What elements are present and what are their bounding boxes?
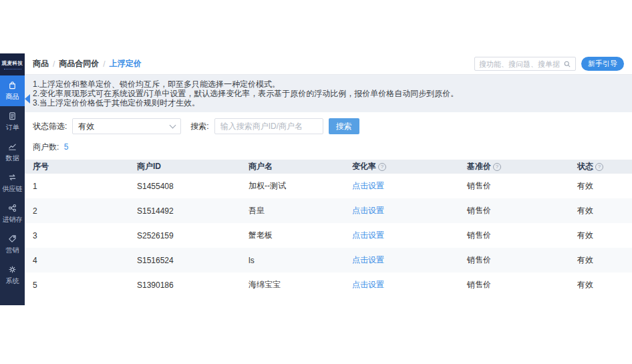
sidebar-item-label: 订单 xyxy=(6,123,19,132)
status-filter-value: 有效 xyxy=(78,121,170,132)
cell-merchant-name: 蟹老板 xyxy=(241,223,344,248)
column-header-base-price: 基准价? xyxy=(459,160,569,174)
gear-icon xyxy=(7,264,17,275)
breadcrumb-contract-price[interactable]: 商品合同价 xyxy=(59,58,99,69)
cell-merchant-id: S2526159 xyxy=(129,223,241,248)
app-window: 观麦科技 商品 订单 数据 供应链 进销存 营销 系统 xyxy=(0,53,632,305)
breadcrumb: 商品 / 商品合同价 / 上浮定价 xyxy=(33,58,142,69)
sidebar-item-supply-chain[interactable]: 供应链 xyxy=(0,168,25,198)
order-document-icon xyxy=(7,111,17,121)
sidebar-item-orders[interactable]: 订单 xyxy=(0,106,25,137)
cell-status: 有效 xyxy=(569,272,632,297)
sidebar-item-label: 数据 xyxy=(6,154,19,163)
sidebar-item-label: 供应链 xyxy=(3,184,23,194)
global-search-box xyxy=(474,57,576,71)
cell-merchant-id: S1390186 xyxy=(129,272,241,297)
table-row: 3S2526159蟹老板点击设置销售价有效 xyxy=(25,223,632,248)
sidebar-item-marketing[interactable]: 营销 xyxy=(0,229,25,260)
cell-change-rate: 点击设置 xyxy=(344,272,459,297)
magnifier-icon[interactable] xyxy=(563,60,571,68)
cell-merchant-name: 海绵宝宝 xyxy=(241,272,344,297)
change-rate-setting-link[interactable]: 点击设置 xyxy=(352,206,384,215)
cell-merchant-id: S1516524 xyxy=(129,248,241,272)
notice-banner: 1.上浮定价和整单定价、锁价均互斥，即至多只能选择一种定价模式。 2.变化率展现… xyxy=(25,75,632,112)
column-header-status: 状态? xyxy=(569,160,632,174)
cell-base-price: 销售价 xyxy=(459,223,569,248)
logo-subtitle-line xyxy=(4,68,21,69)
cell-status: 有效 xyxy=(569,248,632,272)
table-row: 1S1455408加权--测试点击设置销售价有效 xyxy=(25,174,632,198)
cell-status: 有效 xyxy=(569,174,632,198)
column-header-change-rate: 变化率? xyxy=(344,160,459,174)
column-header-merchant-name: 商户名 xyxy=(241,160,344,174)
help-icon[interactable]: ? xyxy=(493,163,501,171)
active-menu-arrow-icon xyxy=(25,94,30,104)
cell-status: 有效 xyxy=(569,223,632,248)
merchant-count-row: 商户数: 5 xyxy=(25,138,632,160)
table-row: 4S1516524ls点击设置销售价有效 xyxy=(25,248,632,272)
cell-base-price: 销售价 xyxy=(459,198,569,223)
table-row: 5S1390186海绵宝宝点击设置销售价有效 xyxy=(25,272,632,297)
bag-icon xyxy=(7,80,17,90)
logo-text: 观麦科技 xyxy=(2,60,23,67)
cell-seq: 5 xyxy=(25,272,129,297)
cell-change-rate: 点击设置 xyxy=(344,223,459,248)
cell-base-price: 销售价 xyxy=(459,174,569,198)
sidebar-item-goods[interactable]: 商品 xyxy=(0,75,25,106)
change-rate-setting-link[interactable]: 点击设置 xyxy=(352,280,384,289)
status-filter-select[interactable]: 有效 xyxy=(72,118,181,134)
app-logo: 观麦科技 xyxy=(0,53,25,75)
sidebar-item-label: 商品 xyxy=(6,92,19,102)
cell-change-rate: 点击设置 xyxy=(344,198,459,223)
breadcrumb-current-markup-pricing: 上浮定价 xyxy=(110,58,142,69)
line-chart-icon xyxy=(7,142,17,152)
breadcrumb-separator: / xyxy=(103,59,105,69)
merchant-table: 序号 商户ID 商户名 变化率? 基准价? 状态? 1S1455408加权--测… xyxy=(25,160,632,297)
sidebar-item-inventory[interactable]: 进销存 xyxy=(0,198,25,229)
supply-chain-arrows-icon xyxy=(7,172,17,182)
inventory-nodes-icon xyxy=(7,203,17,213)
cell-merchant-id: S1514492 xyxy=(129,198,241,223)
sidebar-item-data[interactable]: 数据 xyxy=(0,137,25,168)
column-header-seq: 序号 xyxy=(25,160,129,174)
breadcrumb-goods[interactable]: 商品 xyxy=(33,58,49,69)
search-filter-label: 搜索: xyxy=(190,121,208,132)
help-icon[interactable]: ? xyxy=(595,163,603,171)
cell-seq: 3 xyxy=(25,223,129,248)
cell-seq: 4 xyxy=(25,248,129,272)
change-rate-setting-link[interactable]: 点击设置 xyxy=(352,230,384,240)
search-button[interactable]: 搜索 xyxy=(329,118,359,134)
newbie-guide-button[interactable]: 新手引导 xyxy=(581,57,624,71)
sidebar-item-system[interactable]: 系统 xyxy=(0,260,25,291)
table-row: 2S1514492吾皇点击设置销售价有效 xyxy=(25,198,632,223)
notice-line: 3.当上浮定价价格低于其他定价规则时才生效。 xyxy=(33,98,624,108)
change-rate-setting-link[interactable]: 点击设置 xyxy=(352,255,384,264)
chevron-down-icon xyxy=(170,122,176,129)
change-rate-setting-link[interactable]: 点击设置 xyxy=(352,181,384,190)
merchant-search-input[interactable] xyxy=(214,118,323,134)
table-body: 1S1455408加权--测试点击设置销售价有效2S1514492吾皇点击设置销… xyxy=(25,174,632,297)
cell-seq: 1 xyxy=(25,174,129,198)
cell-merchant-id: S1455408 xyxy=(129,174,241,198)
sidebar-item-label: 系统 xyxy=(6,277,19,286)
cell-status: 有效 xyxy=(569,198,632,223)
breadcrumb-separator: / xyxy=(53,59,55,69)
cell-merchant-name: 加权--测试 xyxy=(241,174,344,198)
help-icon[interactable]: ? xyxy=(378,163,386,171)
main-content: 商品 / 商品合同价 / 上浮定价 新手引导 1.上浮定价和整单定价、锁价均互斥… xyxy=(25,53,632,305)
sidebar-item-label: 进销存 xyxy=(3,215,23,224)
notice-line: 2.变化率展现形式可在系统设置/订单中设置，默认选择变化率，表示基于原价的浮动比… xyxy=(33,89,624,98)
sidebar-item-label: 营销 xyxy=(6,246,19,255)
cell-base-price: 销售价 xyxy=(459,272,569,297)
status-filter-label: 状态筛选: xyxy=(33,121,67,132)
cell-change-rate: 点击设置 xyxy=(344,174,459,198)
cell-change-rate: 点击设置 xyxy=(344,248,459,272)
sidebar: 观麦科技 商品 订单 数据 供应链 进销存 营销 系统 xyxy=(0,53,25,305)
cell-merchant-name: 吾皇 xyxy=(241,198,344,223)
merchant-count-label: 商户数: xyxy=(33,142,59,152)
global-search-input[interactable] xyxy=(479,60,563,68)
notice-line: 1.上浮定价和整单定价、锁价均互斥，即至多只能选择一种定价模式。 xyxy=(33,79,624,89)
cell-seq: 2 xyxy=(25,198,129,223)
merchant-count-value: 5 xyxy=(64,142,69,152)
topbar-right: 新手引导 xyxy=(474,57,624,71)
